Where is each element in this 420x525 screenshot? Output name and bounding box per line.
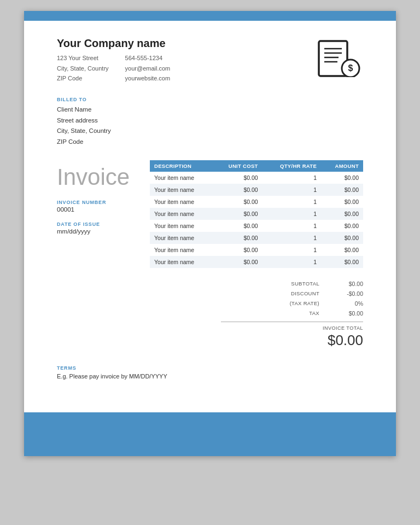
cell-description: Your item name bbox=[150, 196, 213, 208]
table-row: Your item name $0.00 1 $0.00 bbox=[150, 196, 363, 208]
invoice-table: DESCRIPTION UNIT COST QTY/HR RATE AMOUNT… bbox=[150, 160, 363, 268]
cell-qty: 1 bbox=[262, 172, 321, 184]
tax-value: $0.00 bbox=[330, 310, 363, 317]
invoice-total-label: INVOICE TOTAL bbox=[221, 325, 363, 331]
address-line3: ZIP Code bbox=[57, 73, 109, 84]
cell-unit-cost: $0.00 bbox=[213, 220, 262, 232]
cell-description: Your item name bbox=[150, 244, 213, 256]
cell-description: Your item name bbox=[150, 172, 213, 184]
cell-qty: 1 bbox=[262, 232, 321, 244]
table-row: Your item name $0.00 1 $0.00 bbox=[150, 172, 363, 184]
client-zip: ZIP Code bbox=[57, 137, 363, 148]
tax-label: TAX bbox=[221, 310, 330, 317]
cell-unit-cost: $0.00 bbox=[213, 184, 262, 196]
col-amount: AMOUNT bbox=[321, 160, 363, 172]
totals-divider bbox=[221, 322, 363, 322]
cell-unit-cost: $0.00 bbox=[213, 256, 262, 268]
discount-label: DISCOUNT bbox=[221, 290, 330, 297]
cell-description: Your item name bbox=[150, 208, 213, 220]
invoice-total-amount: $0.00 bbox=[221, 332, 363, 349]
cell-description: Your item name bbox=[150, 256, 213, 268]
subtotal-value: $0.00 bbox=[330, 281, 363, 287]
invoice-title: Invoice bbox=[57, 166, 150, 189]
invoice-body: Invoice INVOICE NUMBER 00001 DATE OF ISS… bbox=[57, 160, 363, 268]
cell-qty: 1 bbox=[262, 184, 321, 196]
cell-amount: $0.00 bbox=[321, 220, 363, 232]
bottom-bar bbox=[24, 412, 396, 456]
company-name: Your Company name bbox=[57, 37, 170, 50]
cell-amount: $0.00 bbox=[321, 184, 363, 196]
website: yourwebsite.com bbox=[125, 73, 171, 84]
table-header-row: DESCRIPTION UNIT COST QTY/HR RATE AMOUNT bbox=[150, 160, 363, 172]
terms-text: E.g. Please pay invoice by MM/DD/YYYY bbox=[57, 373, 363, 380]
client-info: Client Name Street address City, State, … bbox=[57, 104, 363, 147]
table-row: Your item name $0.00 1 $0.00 bbox=[150, 256, 363, 268]
tax-row: TAX $0.00 bbox=[221, 308, 363, 318]
table-row: Your item name $0.00 1 $0.00 bbox=[150, 184, 363, 196]
table-row: Your item name $0.00 1 $0.00 bbox=[150, 244, 363, 256]
cell-qty: 1 bbox=[262, 220, 321, 232]
table-row: Your item name $0.00 1 $0.00 bbox=[150, 220, 363, 232]
header-section: Your Company name 123 Your Street City, … bbox=[57, 37, 363, 84]
tax-rate-value: 0% bbox=[330, 300, 363, 307]
cell-description: Your item name bbox=[150, 232, 213, 244]
subtotal-row: SUBTOTAL $0.00 bbox=[221, 279, 363, 289]
cell-amount: $0.00 bbox=[321, 232, 363, 244]
cell-unit-cost: $0.00 bbox=[213, 232, 262, 244]
cell-qty: 1 bbox=[262, 196, 321, 208]
totals-table: SUBTOTAL $0.00 DISCOUNT -$0.00 (TAX RATE… bbox=[221, 279, 363, 349]
cell-unit-cost: $0.00 bbox=[213, 244, 262, 256]
top-bar bbox=[24, 11, 396, 21]
tax-rate-label: (TAX RATE) bbox=[221, 300, 330, 307]
client-street: Street address bbox=[57, 115, 363, 126]
col-unit-cost: UNIT COST bbox=[213, 160, 262, 172]
invoice-icon: $ bbox=[314, 39, 363, 78]
line-items-table: DESCRIPTION UNIT COST QTY/HR RATE AMOUNT… bbox=[150, 160, 363, 268]
cell-qty: 1 bbox=[262, 244, 321, 256]
col-qty: QTY/HR RATE bbox=[262, 160, 321, 172]
cell-unit-cost: $0.00 bbox=[213, 172, 262, 184]
invoice-page: Your Company name 123 Your Street City, … bbox=[24, 11, 396, 456]
cell-amount: $0.00 bbox=[321, 244, 363, 256]
subtotal-label: SUBTOTAL bbox=[221, 281, 330, 287]
phone: 564-555-1234 bbox=[125, 53, 171, 63]
billed-to-label: BILLED TO bbox=[57, 97, 363, 102]
line-items-body: Your item name $0.00 1 $0.00 Your item n… bbox=[150, 172, 363, 268]
cell-amount: $0.00 bbox=[321, 172, 363, 184]
invoice-number: 00001 bbox=[57, 206, 150, 213]
cell-qty: 1 bbox=[262, 256, 321, 268]
cell-amount: $0.00 bbox=[321, 256, 363, 268]
cell-amount: $0.00 bbox=[321, 208, 363, 220]
cell-unit-cost: $0.00 bbox=[213, 196, 262, 208]
date-label: DATE OF ISSUE bbox=[57, 221, 150, 227]
email: your@email.com bbox=[125, 63, 171, 74]
cell-qty: 1 bbox=[262, 208, 321, 220]
contact-col: 564-555-1234 your@email.com yourwebsite.… bbox=[125, 53, 171, 84]
cell-description: Your item name bbox=[150, 220, 213, 232]
address-col: 123 Your Street City, State, Country ZIP… bbox=[57, 53, 109, 84]
tax-rate-row: (TAX RATE) 0% bbox=[221, 299, 363, 308]
date-value: mm/dd/yyyy bbox=[57, 228, 150, 235]
discount-row: DISCOUNT -$0.00 bbox=[221, 289, 363, 299]
cell-unit-cost: $0.00 bbox=[213, 208, 262, 220]
totals-section: SUBTOTAL $0.00 DISCOUNT -$0.00 (TAX RATE… bbox=[57, 279, 363, 349]
table-row: Your item name $0.00 1 $0.00 bbox=[150, 232, 363, 244]
table-row: Your item name $0.00 1 $0.00 bbox=[150, 208, 363, 220]
cell-description: Your item name bbox=[150, 184, 213, 196]
terms-label: TERMS bbox=[57, 365, 363, 371]
cell-amount: $0.00 bbox=[321, 196, 363, 208]
client-name: Client Name bbox=[57, 104, 363, 115]
svg-text:$: $ bbox=[348, 63, 353, 73]
client-city: City, State, Country bbox=[57, 126, 363, 137]
address-line2: City, State, Country bbox=[57, 63, 109, 74]
address-phone: 123 Your Street City, State, Country ZIP… bbox=[57, 53, 170, 84]
company-info: Your Company name 123 Your Street City, … bbox=[57, 37, 170, 84]
billed-to-section: BILLED TO Client Name Street address Cit… bbox=[57, 97, 363, 147]
main-content: Your Company name 123 Your Street City, … bbox=[24, 21, 396, 412]
col-description: DESCRIPTION bbox=[150, 160, 213, 172]
invoice-left: Invoice INVOICE NUMBER 00001 DATE OF ISS… bbox=[57, 160, 150, 268]
invoice-number-label: INVOICE NUMBER bbox=[57, 200, 150, 205]
discount-value: -$0.00 bbox=[330, 290, 363, 297]
terms-section: TERMS E.g. Please pay invoice by MM/DD/Y… bbox=[57, 365, 363, 396]
address-line1: 123 Your Street bbox=[57, 53, 109, 63]
